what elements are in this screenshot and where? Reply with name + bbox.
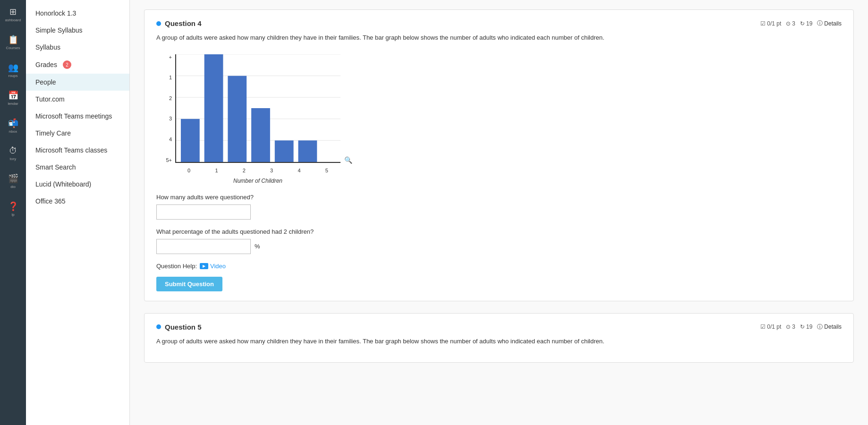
y-label-4: 4	[169, 136, 172, 142]
nav-help[interactable]: ❓ lp	[0, 199, 26, 219]
grades-badge: 2	[63, 60, 71, 69]
bar-chart-q4: 5+ 4 3 2 1 +	[156, 50, 355, 187]
dashboard-icon: ⊞	[9, 7, 17, 17]
subq2-text: What percentage of the adults questioned…	[156, 228, 842, 235]
score-meta-q5: ☑ 0/1 pt	[760, 323, 781, 330]
question-5-meta: ☑ 0/1 pt ⊙ 3 ↻ 19 ⓘ Details	[760, 323, 842, 331]
nav-calendar[interactable]: 📅 lendar	[0, 88, 26, 108]
subq1-input[interactable]	[156, 204, 251, 220]
help-icon: ❓	[8, 201, 18, 212]
x-label-3: 3	[270, 168, 273, 173]
x-axis-title: Number of Children	[175, 178, 340, 184]
zoom-icon[interactable]: 🔍	[344, 156, 352, 164]
tries-meta-q5: ⊙ 3	[786, 323, 795, 330]
groups-icon: 👥	[8, 62, 18, 73]
y-label-0: +	[169, 54, 172, 60]
nav-courses[interactable]: 📋 Courses	[0, 33, 26, 52]
info-icon: ⓘ	[817, 19, 823, 27]
submissions-meta-q5: ↻ 19	[800, 323, 812, 330]
video-link[interactable]: ▶ Video	[200, 263, 226, 270]
nav-groups[interactable]: 👥 roups	[0, 60, 26, 80]
studio-icon: 🎬	[8, 173, 18, 184]
nav-history[interactable]: ⏱ tory	[0, 144, 26, 163]
sidebar-item-ms-teams-classes[interactable]: Microsoft Teams classes	[26, 142, 129, 159]
bar-3	[228, 76, 247, 162]
percent-unit: %	[255, 243, 260, 250]
subquestion-2: What percentage of the adults questioned…	[156, 228, 842, 254]
subq2-input[interactable]	[156, 239, 251, 254]
sidebar-item-honorlock[interactable]: Honorlock 1.3	[26, 5, 129, 22]
x-label-0: 0	[187, 168, 190, 173]
sidebar: Honorlock 1.3 Simple Syllabus Syllabus G…	[26, 0, 130, 425]
details-link-q5[interactable]: ⓘ Details	[817, 323, 842, 331]
nav-inbox[interactable]: 📬 nbox	[0, 116, 26, 136]
bar-5	[275, 140, 294, 162]
sidebar-item-office365[interactable]: Office 365	[26, 193, 129, 210]
chart-bars-area	[175, 54, 340, 163]
x-label-5: 5	[325, 168, 328, 173]
info-icon-q5: ⓘ	[817, 323, 823, 331]
x-axis: 0 1 2 3 4 5	[175, 168, 340, 173]
bar-2	[204, 54, 223, 162]
nav-dashboard[interactable]: ⊞ ashboard	[0, 5, 26, 24]
bar-4	[251, 108, 270, 162]
sidebar-item-people[interactable]: People	[26, 74, 129, 91]
x-label-1: 1	[215, 168, 218, 173]
question-5-header: Question 5 ☑ 0/1 pt ⊙ 3 ↻ 19 ⓘ Details	[156, 323, 842, 331]
inbox-icon: 📬	[8, 118, 18, 128]
submit-question-button[interactable]: Submit Question	[156, 277, 222, 291]
bar-6	[298, 140, 317, 162]
question-4-block: Question 4 ☑ 0/1 pt ⊙ 3 ↻ 19 ⓘ Details	[144, 9, 854, 301]
sidebar-item-tutor[interactable]: Tutor.com	[26, 91, 129, 108]
submissions-meta: ↻ 19	[800, 20, 812, 27]
y-label-2: 2	[169, 95, 172, 101]
subq2-answer-row: %	[156, 239, 842, 254]
video-icon: ▶	[200, 263, 208, 269]
tries-meta: ⊙ 3	[786, 20, 795, 27]
x-label-4: 4	[298, 168, 300, 173]
main-content: Question 4 ☑ 0/1 pt ⊙ 3 ↻ 19 ⓘ Details	[130, 0, 868, 425]
question-5-dot	[156, 324, 161, 329]
y-axis: 5+ 4 3 2 1 +	[156, 54, 174, 163]
sidebar-item-grades[interactable]: Grades 2	[26, 56, 129, 74]
question-4-dot	[156, 21, 161, 26]
checkbox-icon: ☑	[760, 20, 766, 27]
history-icon: ⏱	[9, 146, 17, 156]
sidebar-item-smart-search[interactable]: Smart Search	[26, 159, 129, 176]
refresh-icon: ↻	[800, 20, 805, 27]
question-5-block: Question 5 ☑ 0/1 pt ⊙ 3 ↻ 19 ⓘ Details	[144, 313, 854, 363]
subq1-text: How many adults were questioned?	[156, 194, 842, 201]
bar-1	[181, 119, 200, 162]
question-5-text: A group of adults were asked how many ch…	[156, 337, 842, 346]
question-help: Question Help: ▶ Video	[156, 263, 842, 270]
sidebar-item-simple-syllabus[interactable]: Simple Syllabus	[26, 22, 129, 39]
score-meta: ☑ 0/1 pt	[760, 20, 781, 27]
y-label-1: 1	[169, 75, 172, 80]
subq1-answer-row	[156, 204, 842, 220]
question-5-title: Question 5	[156, 323, 202, 331]
y-label-3: 3	[169, 116, 172, 121]
question-4-header: Question 4 ☑ 0/1 pt ⊙ 3 ↻ 19 ⓘ Details	[156, 19, 842, 27]
icon-bar: ⊞ ashboard 📋 Courses 👥 roups 📅 lendar 📬 …	[0, 0, 26, 425]
subquestion-1: How many adults were questioned?	[156, 194, 842, 220]
sidebar-item-timely-care[interactable]: Timely Care	[26, 125, 129, 142]
y-label-5: 5+	[166, 157, 172, 163]
refresh-icon-q5: ↻	[800, 323, 805, 330]
chart-svg	[176, 54, 340, 162]
tries-icon: ⊙	[786, 20, 791, 27]
x-label-2: 2	[243, 168, 246, 173]
sidebar-item-ms-teams-meetings[interactable]: Microsoft Teams meetings	[26, 108, 129, 125]
sidebar-item-syllabus[interactable]: Syllabus	[26, 39, 129, 56]
nav-studio[interactable]: 🎬 dio	[0, 171, 26, 191]
courses-icon: 📋	[8, 34, 18, 45]
question-4-text: A group of adults were asked how many ch…	[156, 33, 842, 42]
details-link-q4[interactable]: ⓘ Details	[817, 19, 842, 27]
checkbox-icon-q5: ☑	[760, 323, 766, 330]
sidebar-item-lucid[interactable]: Lucid (Whiteboard)	[26, 176, 129, 193]
question-4-meta: ☑ 0/1 pt ⊙ 3 ↻ 19 ⓘ Details	[760, 19, 842, 27]
question-4-title: Question 4	[156, 19, 202, 27]
tries-icon-q5: ⊙	[786, 323, 791, 330]
calendar-icon: 📅	[8, 90, 18, 101]
